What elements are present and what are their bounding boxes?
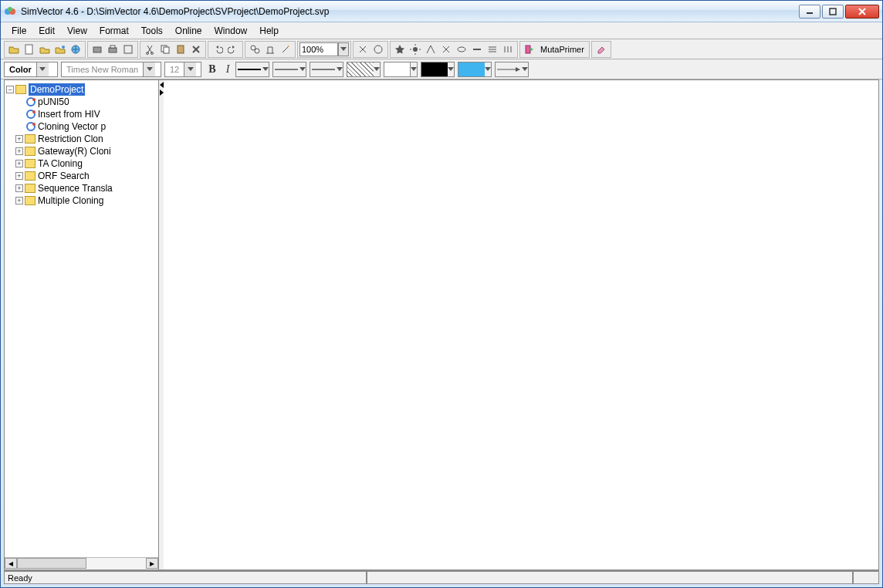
arrow-style-combo[interactable]	[495, 62, 529, 77]
expand-icon[interactable]: +	[15, 184, 23, 192]
menu-help[interactable]: Help	[253, 24, 285, 38]
menu-view[interactable]: View	[61, 24, 93, 38]
project-tree[interactable]: − DemoProject pUNI50 Insert from HIV Clo…	[5, 80, 158, 210]
orf-icon[interactable]	[454, 42, 469, 57]
expand-icon[interactable]: +	[15, 160, 23, 167]
delete-icon[interactable]	[188, 42, 204, 57]
italic-button[interactable]: I	[220, 62, 235, 77]
tree-vector-item[interactable]: Insert from HIV	[6, 108, 157, 120]
open-project-icon[interactable]	[6, 42, 22, 57]
scroll-left-icon[interactable]: ◂	[5, 558, 17, 569]
collapse-left-icon[interactable]	[160, 82, 164, 88]
fill-color-combo[interactable]	[384, 62, 418, 77]
new-file-icon[interactable]	[22, 42, 37, 57]
zoom-input[interactable]	[299, 42, 338, 56]
align-both-icon[interactable]	[485, 42, 500, 57]
svg-point-27	[458, 47, 465, 52]
tree-folder-item[interactable]: + Restriction Clon	[6, 133, 157, 145]
chevron-down-icon[interactable]	[36, 63, 49, 76]
wand-icon[interactable]	[278, 42, 293, 57]
menu-online[interactable]: Online	[169, 24, 208, 38]
resize-grip[interactable]	[853, 571, 879, 584]
export-icon[interactable]	[120, 42, 136, 57]
menu-format[interactable]: Format	[93, 24, 135, 38]
undo-icon[interactable]	[210, 42, 225, 57]
menu-window[interactable]: Window	[208, 24, 254, 38]
chevron-down-icon[interactable]	[143, 63, 155, 76]
tree-root-label[interactable]: DemoProject	[29, 83, 85, 96]
tree-folder-item[interactable]: + ORF Search	[6, 170, 157, 182]
minimize-button[interactable]	[799, 5, 820, 19]
sun-icon[interactable]	[408, 42, 423, 57]
menu-file[interactable]: File	[5, 24, 32, 38]
scroll-right-icon[interactable]: ▸	[146, 558, 158, 569]
spacing-icon[interactable]	[500, 42, 516, 57]
stroke-color-combo[interactable]	[421, 62, 455, 77]
document-canvas[interactable]	[164, 80, 878, 569]
font-name-combo[interactable]: Times New Roman	[61, 62, 161, 77]
print-icon[interactable]	[105, 42, 120, 57]
expand-icon[interactable]: +	[15, 197, 23, 204]
zoom-dropdown[interactable]	[338, 42, 349, 56]
horizontal-scrollbar[interactable]: ◂ ▸	[5, 557, 158, 569]
collapse-icon[interactable]: −	[6, 86, 14, 93]
line-weight-combo[interactable]	[272, 62, 306, 77]
tree-item-label: Cloning Vector p	[38, 120, 106, 133]
hatch-pattern-combo[interactable]	[347, 62, 381, 77]
redo-icon[interactable]	[225, 42, 241, 57]
svg-point-37	[32, 110, 36, 113]
print-preview-icon[interactable]	[90, 42, 105, 57]
globe-icon[interactable]	[68, 42, 83, 57]
tree-item-label: Restriction Clon	[38, 133, 103, 145]
color-combo[interactable]: Color	[4, 62, 58, 77]
menu-tools[interactable]: Tools	[135, 24, 169, 38]
scrollbar-track[interactable]	[17, 558, 146, 569]
dash-style-combo[interactable]	[310, 62, 343, 77]
collapse-right-icon[interactable]	[160, 90, 164, 96]
save-icon[interactable]	[52, 42, 68, 57]
main-toolbar: MutaPrimer	[1, 39, 882, 59]
svg-point-21	[374, 46, 382, 53]
expand-icon[interactable]: +	[15, 172, 23, 180]
chevron-down-icon[interactable]	[184, 63, 196, 76]
maximize-button[interactable]	[822, 5, 844, 19]
scrollbar-thumb[interactable]	[17, 558, 86, 569]
bold-button[interactable]: B	[205, 62, 220, 77]
app-icon	[4, 5, 16, 18]
font-name-label: Times New Roman	[62, 65, 143, 74]
tree-vector-item[interactable]: Cloning Vector p	[6, 120, 157, 133]
tree-root[interactable]: − DemoProject	[6, 83, 157, 96]
star-icon[interactable]	[392, 42, 408, 57]
cut-icon[interactable]	[142, 42, 157, 57]
close-button[interactable]	[845, 5, 879, 19]
enzyme-icon[interactable]	[355, 42, 370, 57]
mutaprimer-label[interactable]: MutaPrimer	[537, 45, 587, 54]
line-style-combo[interactable]	[235, 62, 269, 77]
mutaprimer-icon[interactable]	[522, 42, 537, 57]
paste-icon[interactable]	[173, 42, 188, 57]
annotate-icon[interactable]	[262, 42, 278, 57]
tree-folder-item[interactable]: + Gateway(R) Cloni	[6, 145, 157, 157]
svg-rect-13	[124, 46, 132, 53]
status-cell	[367, 571, 853, 584]
tree-vector-item[interactable]: pUNI50	[6, 96, 157, 108]
menu-edit[interactable]: Edit	[32, 24, 61, 38]
expand-icon[interactable]: +	[15, 147, 23, 155]
open-file-icon[interactable]	[37, 42, 52, 57]
expand-icon[interactable]: +	[15, 135, 23, 143]
font-size-combo[interactable]: 12	[164, 62, 201, 77]
tree-folder-item[interactable]: + Multiple Cloning	[6, 194, 157, 207]
align-horizontal-icon[interactable]	[469, 42, 485, 57]
eraser-icon[interactable]	[594, 42, 609, 57]
primer-icon[interactable]	[423, 42, 438, 57]
tree-folder-item[interactable]: + TA Cloning	[6, 157, 157, 170]
tree-folder-item[interactable]: + Sequence Transla	[6, 182, 157, 194]
copy-icon[interactable]	[157, 42, 173, 57]
restriction-icon[interactable]	[438, 42, 454, 57]
svg-point-8	[62, 46, 65, 49]
title-bar[interactable]: SimVector 4.6 - D:\SimVector 4.6\DemoPro…	[1, 1, 882, 22]
find-icon[interactable]	[247, 42, 262, 57]
vector-icon	[26, 97, 36, 106]
highlight-color-combo[interactable]	[458, 62, 492, 77]
circular-icon[interactable]	[370, 42, 386, 57]
